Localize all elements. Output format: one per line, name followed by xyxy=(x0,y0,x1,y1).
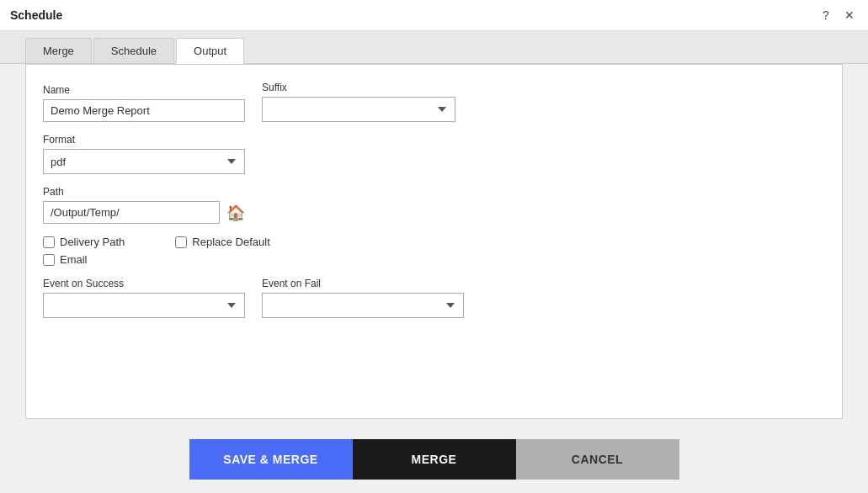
path-label: Path xyxy=(43,186,825,198)
event-success-group: Event on Success xyxy=(43,278,245,318)
path-group: Path 🏠 xyxy=(43,186,825,224)
format-group: Format pdf xyxy=(43,134,245,174)
replace-default-checkbox[interactable] xyxy=(175,236,187,248)
form-panel: Name Suffix Format pdf xyxy=(25,64,843,419)
event-row: Event on Success Event on Fail xyxy=(43,278,825,318)
tab-schedule[interactable]: Schedule xyxy=(93,38,174,63)
name-label: Name xyxy=(43,84,245,96)
tab-bar: Merge Schedule Output xyxy=(0,31,868,64)
email-checkbox[interactable] xyxy=(43,254,55,266)
tab-output[interactable]: Output xyxy=(176,38,244,64)
replace-default-checkbox-group: Replace Default xyxy=(175,236,270,271)
delivery-path-row: Delivery Path xyxy=(43,236,125,248)
delivery-path-label: Delivery Path xyxy=(60,236,125,248)
suffix-label: Suffix xyxy=(262,82,455,93)
title-bar: Schedule ? ✕ xyxy=(0,0,868,31)
name-group: Name xyxy=(43,84,245,122)
email-row: Email xyxy=(43,253,125,266)
replace-default-row: Replace Default xyxy=(175,236,270,248)
name-suffix-row: Name Suffix xyxy=(43,82,825,122)
delivery-path-checkbox-group: Delivery Path Email xyxy=(43,236,125,271)
replace-default-label: Replace Default xyxy=(192,236,270,248)
name-input[interactable] xyxy=(43,99,245,122)
email-label: Email xyxy=(60,253,88,266)
event-success-label: Event on Success xyxy=(43,278,245,289)
format-select[interactable]: pdf xyxy=(43,149,245,174)
footer-buttons: SAVE & MERGE MERGE CANCEL xyxy=(0,427,868,493)
save-merge-button[interactable]: SAVE & MERGE xyxy=(189,439,353,480)
path-input[interactable] xyxy=(43,201,220,224)
dialog-title: Schedule xyxy=(10,8,62,22)
cancel-button[interactable]: CANCEL xyxy=(516,439,679,480)
suffix-group: Suffix xyxy=(262,82,455,122)
path-row: 🏠 xyxy=(43,201,825,224)
home-icon-button[interactable]: 🏠 xyxy=(225,202,247,224)
close-icon[interactable]: ✕ xyxy=(841,7,858,24)
format-label: Format xyxy=(43,134,245,146)
delivery-path-checkbox[interactable] xyxy=(43,236,55,248)
suffix-select[interactable] xyxy=(262,97,455,122)
schedule-dialog: Schedule ? ✕ Merge Schedule Output Name … xyxy=(0,0,868,493)
event-fail-group: Event on Fail xyxy=(262,278,464,318)
event-fail-select[interactable] xyxy=(262,293,464,318)
checkboxes-row: Delivery Path Email Replace Default xyxy=(43,236,825,271)
help-icon[interactable]: ? xyxy=(817,7,834,24)
title-bar-icons: ? ✕ xyxy=(817,7,858,24)
event-success-select[interactable] xyxy=(43,293,245,318)
merge-button[interactable]: MERGE xyxy=(353,439,516,480)
content-area: Merge Schedule Output Name Suffix xyxy=(0,31,868,493)
format-row: Format pdf xyxy=(43,134,825,174)
event-fail-label: Event on Fail xyxy=(262,278,464,289)
tab-merge[interactable]: Merge xyxy=(25,38,92,63)
